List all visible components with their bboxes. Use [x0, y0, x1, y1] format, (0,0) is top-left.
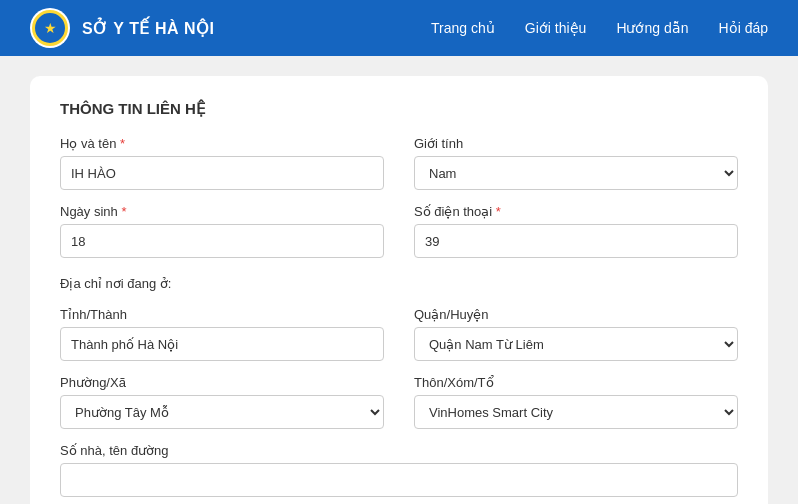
ho-va-ten-label: Họ và tên *: [60, 136, 384, 151]
main-nav: Trang chủ Giới thiệu Hướng dẫn Hỏi đáp: [431, 20, 768, 36]
nav-huong-dan[interactable]: Hướng dẫn: [616, 20, 688, 36]
nav-trang-chu[interactable]: Trang chủ: [431, 20, 495, 36]
so-nha-label: Số nhà, tên đường: [60, 443, 738, 458]
thon-xom-to-group: Thôn/Xóm/Tổ VinHomes Smart City: [414, 375, 738, 429]
ngay-sinh-group: Ngày sinh *: [60, 204, 384, 258]
ho-va-ten-group: Họ và tên *: [60, 136, 384, 190]
tinh-thanh-input[interactable]: [60, 327, 384, 361]
quan-huyen-select[interactable]: Quận Nam Từ Liêm: [414, 327, 738, 361]
nav-gioi-thieu[interactable]: Giới thiệu: [525, 20, 587, 36]
quan-huyen-group: Quận/Huyện Quận Nam Từ Liêm: [414, 307, 738, 361]
thon-xom-to-select[interactable]: VinHomes Smart City: [414, 395, 738, 429]
gioi-tinh-group: Giới tính Nam Nữ: [414, 136, 738, 190]
so-nha-group: Số nhà, tên đường: [60, 443, 738, 497]
main-content: THÔNG TIN LIÊN HỆ Họ và tên * Giới tính …: [0, 56, 798, 504]
so-dien-thoai-group: Số điện thoại *: [414, 204, 738, 258]
phuong-xa-group: Phường/Xã Phường Tây Mỗ: [60, 375, 384, 429]
logo-inner: ★: [32, 10, 68, 46]
nav-hoi-dap[interactable]: Hỏi đáp: [719, 20, 768, 36]
gioi-tinh-label: Giới tính: [414, 136, 738, 151]
ho-va-ten-input[interactable]: [60, 156, 384, 190]
site-title: SỞ Y TẾ HÀ NỘI: [82, 19, 214, 38]
gioi-tinh-select[interactable]: Nam Nữ: [414, 156, 738, 190]
ngay-sinh-input[interactable]: [60, 224, 384, 258]
so-nha-input[interactable]: [60, 463, 738, 497]
section1-form: Họ và tên * Giới tính Nam Nữ Ngày sinh *: [60, 136, 738, 504]
so-dien-thoai-input[interactable]: [414, 224, 738, 258]
form-card: THÔNG TIN LIÊN HỆ Họ và tên * Giới tính …: [30, 76, 768, 504]
header: ★ SỞ Y TẾ HÀ NỘI Trang chủ Giới thiệu Hư…: [0, 0, 798, 56]
quan-huyen-label: Quận/Huyện: [414, 307, 738, 322]
phuong-xa-select[interactable]: Phường Tây Mỗ: [60, 395, 384, 429]
phuong-xa-label: Phường/Xã: [60, 375, 384, 390]
section1-title: THÔNG TIN LIÊN HỆ: [60, 100, 738, 118]
ngay-sinh-label: Ngày sinh *: [60, 204, 384, 219]
header-left: ★ SỞ Y TẾ HÀ NỘI: [30, 8, 214, 48]
thon-xom-to-label: Thôn/Xóm/Tổ: [414, 375, 738, 390]
logo: ★: [30, 8, 70, 48]
star-icon: ★: [44, 20, 57, 36]
tinh-thanh-label: Tỉnh/Thành: [60, 307, 384, 322]
tinh-thanh-group: Tỉnh/Thành: [60, 307, 384, 361]
so-dien-thoai-label: Số điện thoại *: [414, 204, 738, 219]
dia-chi-label: Địa chỉ nơi đang ở:: [60, 276, 738, 291]
